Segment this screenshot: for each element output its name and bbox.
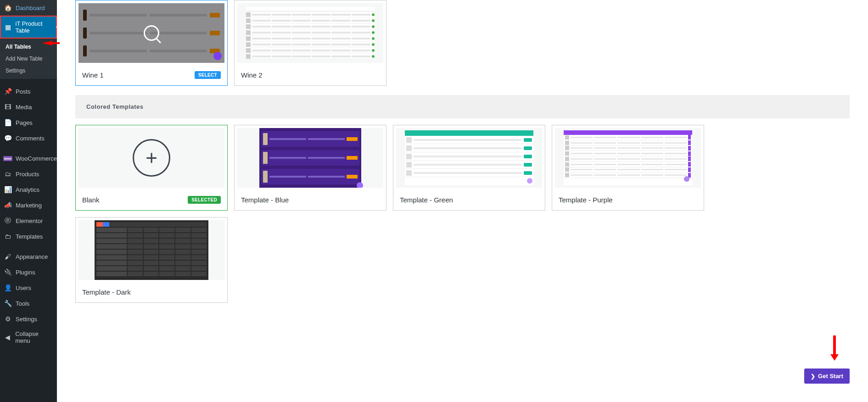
sidebar-item-analytics[interactable]: 📊Analytics (0, 182, 57, 197)
woocommerce-icon: woo (4, 154, 12, 162)
sidebar-item-marketing[interactable]: 📣Marketing (0, 197, 57, 213)
it-product-table-icon: ▦ (5, 23, 12, 31)
templates-row-top: Wine 1SELECTWine 2 (75, 0, 850, 86)
sidebar-item-pages[interactable]: 📄Pages (0, 115, 57, 130)
sidebar-item-label: Products (16, 171, 39, 178)
submenu-item-all-tables[interactable]: All Tables (0, 41, 57, 53)
template-name: Blank (82, 196, 100, 204)
sidebar-item-label: Tools (16, 300, 29, 307)
settings-icon: ⚙ (4, 315, 12, 323)
template-thumbnail (237, 128, 383, 188)
sidebar-item-label: Settings (16, 316, 37, 323)
users-icon: 👤 (4, 284, 12, 292)
sidebar-item-comments[interactable]: 💬Comments (0, 130, 57, 146)
sidebar-item-it-product-table[interactable]: ▦iT Product Table (0, 16, 57, 39)
template-thumbnail (555, 128, 701, 188)
template-name: Template - Green (400, 196, 453, 204)
comments-icon: 💬 (4, 134, 12, 142)
sidebar-item-label: WooCommerce (16, 155, 57, 162)
template-name: Template - Blue (241, 196, 289, 204)
analytics-icon: 📊 (4, 185, 12, 194)
template-card-template-green[interactable]: Template - Green (393, 125, 545, 211)
dashboard-icon: 🏠 (4, 4, 12, 12)
products-icon: 🗂 (4, 170, 12, 178)
sidebar-item-tools[interactable]: 🔧Tools (0, 296, 57, 311)
sidebar-item-media[interactable]: 🎞Media (0, 99, 57, 115)
template-name: Wine 2 (241, 71, 263, 79)
template-thumbnail: + (78, 128, 224, 188)
admin-sidebar: 🏠Dashboard▦iT Product TableAll TablesAdd… (0, 0, 57, 402)
sidebar-item-label: Elementor (16, 218, 43, 224)
sidebar-item-collapse-menu[interactable]: ◀Collapse menu (0, 327, 57, 348)
sidebar-item-label: Analytics (16, 186, 39, 193)
sidebar-item-products[interactable]: 🗂Products (0, 166, 57, 182)
sidebar-item-label: Marketing (16, 202, 42, 209)
sidebar-item-label: Pages (16, 119, 33, 126)
template-thumbnail (78, 3, 224, 63)
sidebar-item-label: Collapse menu (15, 330, 53, 344)
sidebar-item-dashboard[interactable]: 🏠Dashboard (0, 0, 57, 16)
template-name: Template - Dark (82, 288, 131, 296)
template-thumbnail (237, 3, 383, 63)
select-badge[interactable]: SELECT (195, 71, 221, 79)
sidebar-item-posts[interactable]: 📌Posts (0, 84, 57, 99)
plus-icon: + (133, 139, 170, 177)
plugins-icon: 🔌 (4, 268, 12, 276)
tools-icon: 🔧 (4, 299, 12, 307)
templates-icon: 🗀 (4, 232, 12, 240)
pages-icon: 📄 (4, 118, 12, 127)
elementor-icon: ⓔ (4, 217, 12, 225)
media-icon: 🎞 (4, 103, 12, 111)
posts-icon: 📌 (4, 87, 12, 95)
magnify-icon (144, 25, 159, 41)
selected-badge: SELECTED (188, 196, 221, 204)
submenu-item-add-new-table[interactable]: Add New Table (0, 53, 57, 65)
sidebar-item-label: Comments (16, 135, 45, 142)
collapse-menu-icon: ◀ (4, 333, 11, 341)
template-name: Wine 1 (82, 71, 104, 79)
template-card-template-blue[interactable]: Template - Blue (234, 125, 386, 211)
sidebar-item-label: Users (16, 285, 31, 291)
sidebar-item-label: Posts (16, 88, 31, 95)
template-thumbnail (78, 220, 224, 280)
get-start-button[interactable]: ❯ Get Start (804, 368, 850, 384)
main-content: Wine 1SELECTWine 2 Colored Templates +Bl… (57, 0, 868, 402)
sidebar-item-label: Plugins (16, 269, 35, 276)
sidebar-item-settings[interactable]: ⚙Settings (0, 311, 57, 327)
chevron-right-icon: ❯ (811, 373, 815, 380)
template-card-wine-1[interactable]: Wine 1SELECT (75, 0, 228, 86)
sidebar-item-woocommerce[interactable]: wooWooCommerce (0, 151, 57, 166)
sidebar-item-users[interactable]: 👤Users (0, 280, 57, 296)
template-card-blank[interactable]: +BlankSELECTED (75, 125, 228, 211)
section-heading: Colored Templates (75, 95, 850, 118)
appearance-icon: 🖌 (4, 252, 12, 261)
sidebar-submenu: All TablesAdd New TableSettings (0, 39, 57, 79)
sidebar-item-elementor[interactable]: ⓔElementor (0, 213, 57, 229)
template-thumbnail (396, 128, 542, 188)
sidebar-item-plugins[interactable]: 🔌Plugins (0, 264, 57, 280)
get-start-label: Get Start (818, 373, 843, 380)
template-card-template-dark[interactable]: Template - Dark (75, 217, 228, 303)
template-card-wine-2[interactable]: Wine 2 (234, 0, 386, 86)
sidebar-item-label: Dashboard (16, 5, 45, 11)
sidebar-item-appearance[interactable]: 🖌Appearance (0, 249, 57, 264)
submenu-item-settings[interactable]: Settings (0, 65, 57, 77)
template-name: Template - Purple (559, 196, 613, 204)
template-card-template-purple[interactable]: Template - Purple (552, 125, 704, 211)
sidebar-item-label: Media (16, 104, 32, 111)
annotation-arrow-getstart (833, 335, 836, 356)
templates-row-colored: +BlankSELECTEDTemplate - BlueTemplate - … (75, 125, 850, 303)
sidebar-item-label: Appearance (16, 253, 48, 260)
sidebar-item-label: iT Product Table (16, 20, 53, 34)
sidebar-item-templates[interactable]: 🗀Templates (0, 229, 57, 244)
marketing-icon: 📣 (4, 201, 12, 209)
sidebar-item-label: Templates (16, 233, 43, 240)
